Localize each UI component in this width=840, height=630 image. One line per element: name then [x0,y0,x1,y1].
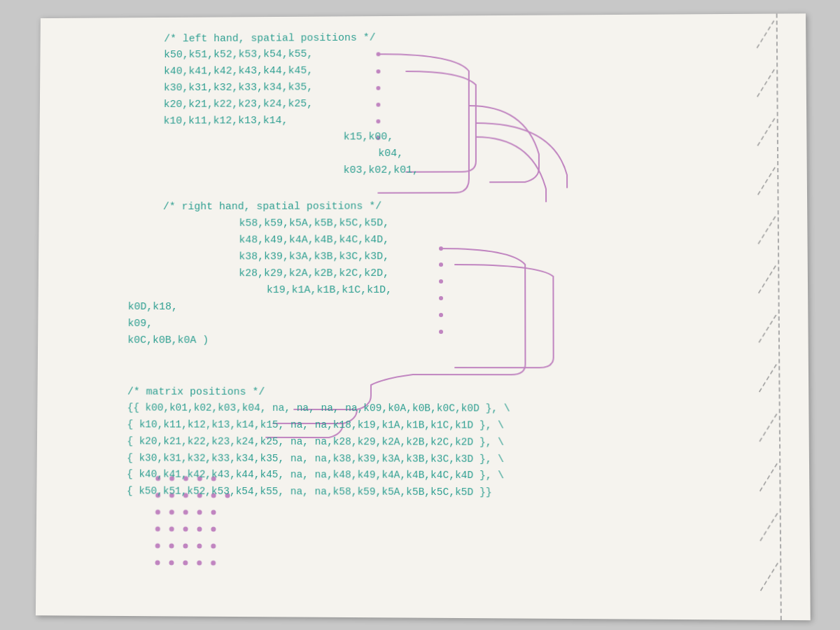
matrix-section: /* matrix positions */ {{ k00,k01,k02,k0… [127,384,766,503]
svg-point-37 [183,510,188,514]
right-row-2: k48,k49,k4A,k4B,k4C,k4D, [239,231,764,248]
matrix-comment: /* matrix positions */ [127,384,766,401]
svg-point-35 [155,510,160,514]
matrix-row-6: { k50,k51,k52,k53,k54,k55, na, na,k58,k5… [127,484,766,503]
svg-point-42 [183,526,188,531]
svg-point-51 [169,560,174,565]
left-row-7: k04, [378,144,764,162]
svg-point-50 [155,560,160,565]
right-hand-code: k58,k59,k5A,k5B,k5C,k5D, k48,k49,k4A,k4B… [127,214,765,349]
right-row-1: k58,k59,k5A,k5B,k5C,k5D, [239,214,765,232]
page: /* left hand, spatial positions */ k50,k… [36,13,811,620]
svg-point-52 [183,561,188,566]
svg-point-41 [169,526,174,531]
left-hand-section: /* left hand, spatial positions */ k50,k… [129,28,764,180]
svg-line-11 [760,563,778,592]
right-row-6: k0D,k18, [128,298,766,315]
left-row-5: k10,k11,k12,k13,k14, [164,111,764,130]
right-row-3: k38,k39,k3A,k3B,k3C,k3D, [239,248,765,265]
left-row-6: k15,k00, [344,127,764,146]
right-hand-comment: /* right hand, spatial positions */ [163,197,765,215]
matrix-row-1: {{ k00,k01,k02,k03,k04, na, na, na, na,k… [127,400,766,418]
svg-point-47 [183,543,188,548]
svg-point-53 [197,561,202,566]
main-content: /* left hand, spatial positions */ k50,k… [127,28,766,503]
right-hand-section: /* right hand, spatial positions */ k58,… [127,197,765,349]
right-row-8: k0C,k0B,k0A ) [127,332,765,349]
svg-point-38 [197,510,202,514]
svg-point-46 [169,543,174,548]
svg-point-49 [211,544,216,549]
svg-point-44 [211,526,216,531]
matrix-code: {{ k00,k01,k02,k03,k04, na, na, na, na,k… [127,400,766,503]
matrix-row-2: { k10,k11,k12,k13,k14,k15, na, na,k18,k1… [127,416,766,435]
right-row-4: k28,k29,k2A,k2B,k2C,k2D, [239,265,765,282]
svg-point-48 [197,543,202,548]
left-hand-code: k50,k51,k52,k53,k54,k55, k40,k41,k42,k43… [163,44,764,180]
svg-point-54 [211,561,216,566]
left-row-8: k03,k02,k01, [344,161,765,179]
matrix-row-3: { k20,k21,k22,k23,k24,k25, na, na,k28,k2… [127,433,766,451]
svg-point-36 [169,510,174,514]
svg-point-43 [197,526,202,531]
svg-point-40 [155,526,160,531]
matrix-row-5: { k40,k41,k42,k43,k44,k45, na, na,k48,k4… [127,467,766,486]
left-row-4: k20,k21,k22,k23,k24,k25, [164,94,764,113]
matrix-row-4: { k30,k31,k32,k33,k34,k35, na, na,k38,k3… [127,450,766,469]
svg-line-10 [760,513,778,542]
svg-point-39 [211,510,216,514]
right-row-5: k19,k1A,k1B,k1C,k1D, [267,281,765,298]
svg-point-45 [155,543,160,548]
right-row-7: k09, [127,315,765,332]
